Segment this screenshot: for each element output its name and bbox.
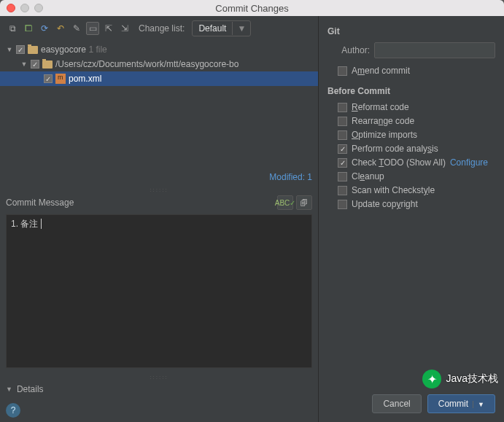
options-panel: Git Author: Amend commit Before Commit R…	[319, 16, 504, 422]
before-commit-option[interactable]: Check TODO (Show All) Configure	[338, 157, 495, 168]
tree-root-label: easygocore 1 file	[41, 44, 107, 55]
collapse-icon[interactable]: ▼	[20, 60, 28, 68]
expand-all-icon[interactable]: ⇱	[102, 22, 115, 35]
checkbox[interactable]	[338, 144, 347, 154]
revert-icon[interactable]: ↶	[54, 22, 67, 35]
chevron-down-icon[interactable]: ▼	[473, 401, 484, 408]
splitter-handle[interactable]: ::::::	[0, 374, 318, 380]
tree-path-label: /Users/czx/Documents/work/mtt/easygocore…	[55, 59, 239, 69]
folder-icon	[42, 60, 53, 69]
option-label: Reformat code	[352, 102, 409, 112]
modified-count: Modified: 1	[269, 172, 312, 182]
window-title: Commit Changes	[0, 3, 504, 14]
checkbox[interactable]	[44, 74, 53, 83]
checkbox[interactable]	[338, 158, 347, 168]
chevron-down-icon[interactable]: ▼	[232, 22, 250, 35]
splitter-handle[interactable]: ::::::	[0, 187, 318, 192]
new-changelist-icon[interactable]: ⧠	[22, 22, 35, 35]
before-commit-option[interactable]: Cleanup	[338, 171, 495, 181]
option-label: Rearrange code	[352, 116, 414, 126]
checkbox[interactable]	[338, 186, 347, 195]
before-commit-option[interactable]: Optimize imports	[338, 130, 495, 140]
checkbox[interactable]	[338, 172, 347, 181]
history-button[interactable]: 🗐	[296, 195, 312, 210]
maven-file-icon	[55, 74, 66, 84]
changelist-label: Change list:	[139, 23, 185, 34]
option-label: Cleanup	[352, 171, 384, 181]
option-label: Update copyright	[352, 199, 418, 209]
before-commit-title: Before Commit	[327, 86, 495, 96]
checkbox[interactable]	[338, 117, 347, 126]
amend-commit-checkbox[interactable]: Amend commit	[338, 66, 495, 76]
changes-tree[interactable]: ▼ easygocore 1 file ▼ /Users/czx/Documen…	[0, 41, 318, 187]
tree-root[interactable]: ▼ easygocore 1 file	[0, 42, 318, 57]
collapse-all-icon[interactable]: ⇲	[118, 22, 131, 35]
tree-path[interactable]: ▼ /Users/czx/Documents/work/mtt/easygoco…	[0, 57, 318, 71]
option-label: Check TODO (Show All)	[352, 157, 446, 168]
details-label: Details	[17, 384, 44, 394]
cancel-button[interactable]: Cancel	[372, 394, 421, 413]
checkbox[interactable]	[338, 66, 347, 76]
details-toggle[interactable]: ▼ Details	[0, 380, 318, 399]
before-commit-option[interactable]: Perform code analysis	[338, 144, 495, 154]
commit-message-label: Commit Message	[6, 198, 74, 208]
commit-button[interactable]: Commit▼	[427, 394, 495, 413]
checkbox[interactable]	[31, 60, 39, 69]
author-input[interactable]	[374, 42, 495, 58]
collapse-icon[interactable]: ▼	[6, 46, 13, 53]
tree-file-label: pom.xml	[69, 74, 101, 84]
option-label: Perform code analysis	[352, 144, 438, 154]
commit-message-input[interactable]: 1. 备注	[6, 214, 312, 368]
changelist-value: Default	[193, 21, 232, 36]
spellcheck-button[interactable]: ABC✓	[277, 195, 293, 210]
author-label: Author:	[327, 45, 370, 55]
folder-icon	[28, 46, 38, 54]
toolbar: ⧉ ⧠ ⟳ ↶ ✎ ▭ ⇱ ⇲ Change list: Default ▼	[0, 16, 318, 41]
expand-icon: ▼	[6, 386, 12, 393]
before-commit-option[interactable]: Reformat code	[338, 102, 495, 112]
tree-file[interactable]: pom.xml	[0, 71, 318, 86]
before-commit-option[interactable]: Scan with Checkstyle	[338, 185, 495, 195]
checkbox[interactable]	[338, 103, 347, 112]
before-commit-option[interactable]: Update copyright	[338, 199, 495, 209]
checkbox[interactable]	[338, 200, 347, 209]
checkbox[interactable]	[338, 130, 347, 140]
amend-label: Amend commit	[352, 66, 410, 76]
checkbox[interactable]	[16, 45, 25, 54]
changelist-select[interactable]: Default ▼	[192, 20, 251, 36]
before-commit-option[interactable]: Rearrange code	[338, 116, 495, 126]
refresh-icon[interactable]: ⟳	[38, 22, 51, 35]
vcs-title: Git	[327, 26, 495, 36]
configure-link[interactable]: Configure	[450, 157, 488, 168]
option-label: Optimize imports	[352, 130, 417, 140]
option-label: Scan with Checkstyle	[352, 185, 435, 195]
window-titlebar: Commit Changes	[0, 0, 504, 16]
help-button[interactable]: ?	[6, 403, 20, 418]
group-by-directory-icon[interactable]: ▭	[86, 22, 99, 35]
edit-icon[interactable]: ✎	[70, 22, 83, 35]
show-diff-icon[interactable]: ⧉	[6, 22, 19, 35]
